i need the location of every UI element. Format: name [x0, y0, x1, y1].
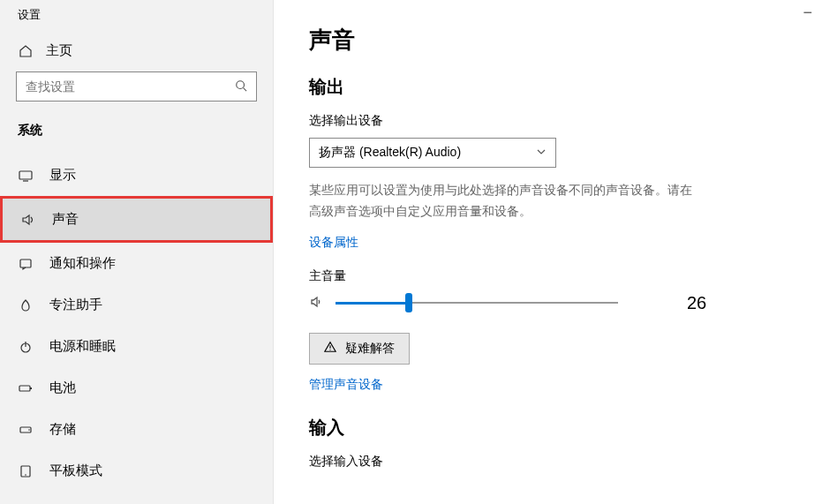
svg-line-1 — [244, 87, 247, 91]
slider-thumb[interactable] — [405, 293, 412, 312]
category-label: 系统 — [0, 114, 273, 154]
sidebar-item-battery[interactable]: 电池 — [0, 367, 273, 409]
output-heading: 输出 — [309, 75, 802, 99]
sidebar-item-label: 显示 — [49, 167, 76, 184]
svg-point-14 — [329, 350, 330, 350]
search-box[interactable] — [16, 71, 257, 102]
sidebar-item-label: 专注助手 — [49, 297, 102, 313]
settings-sidebar: 设置 主页 系统 显示 声音 通知和操作 — [0, 0, 274, 504]
manage-sound-devices-link[interactable]: 管理声音设备 — [309, 377, 383, 393]
svg-rect-4 — [20, 260, 31, 267]
warning-icon — [324, 341, 336, 356]
storage-icon — [18, 422, 34, 438]
output-description: 某些应用可以设置为使用与此处选择的声音设备不同的声音设备。请在高级声音选项中自定… — [309, 180, 698, 222]
sidebar-item-power[interactable]: 电源和睡眠 — [0, 326, 273, 367]
sidebar-item-sound[interactable]: 声音 — [0, 196, 273, 243]
troubleshoot-label: 疑难解答 — [345, 341, 395, 357]
output-device-label: 选择输出设备 — [309, 113, 802, 129]
battery-icon — [18, 380, 34, 396]
sidebar-item-label: 通知和操作 — [49, 255, 116, 272]
search-icon — [235, 79, 247, 94]
sidebar-item-display[interactable]: 显示 — [0, 154, 273, 196]
output-device-value: 扬声器 (Realtek(R) Audio) — [319, 145, 461, 161]
search-input[interactable] — [26, 79, 235, 94]
volume-value: 26 — [687, 293, 706, 313]
app-title: 设置 — [0, 4, 273, 34]
input-heading: 输入 — [309, 416, 802, 440]
chevron-down-icon — [536, 147, 547, 160]
page-title: 声音 — [309, 25, 802, 56]
home-icon — [18, 43, 34, 59]
slider-fill — [336, 302, 409, 305]
svg-rect-8 — [30, 387, 32, 389]
minimize-button[interactable]: − — [803, 4, 812, 22]
sidebar-item-focus[interactable]: 专注助手 — [0, 284, 273, 326]
svg-rect-2 — [19, 171, 32, 179]
input-device-label: 选择输入设备 — [309, 454, 802, 470]
main-content: − 声音 输出 选择输出设备 扬声器 (Realtek(R) Audio) 某些… — [274, 0, 837, 504]
display-icon — [18, 168, 34, 184]
volume-label: 主音量 — [309, 268, 802, 284]
home-label: 主页 — [46, 42, 72, 59]
power-icon — [18, 339, 34, 355]
troubleshoot-button[interactable]: 疑难解答 — [309, 333, 410, 365]
sidebar-item-label: 存储 — [49, 421, 76, 438]
notifications-icon — [18, 256, 34, 272]
sidebar-item-label: 平板模式 — [49, 463, 102, 479]
sidebar-item-label: 电源和睡眠 — [49, 338, 116, 355]
sidebar-item-label: 声音 — [52, 211, 79, 228]
svg-point-10 — [28, 429, 30, 431]
svg-point-12 — [25, 474, 26, 476]
sidebar-item-label: 电池 — [49, 380, 76, 396]
device-properties-link[interactable]: 设备属性 — [309, 235, 358, 251]
home-nav[interactable]: 主页 — [0, 34, 273, 71]
volume-slider[interactable] — [336, 294, 618, 312]
sound-icon — [20, 212, 36, 228]
sidebar-item-storage[interactable]: 存储 — [0, 409, 273, 450]
sidebar-item-tablet[interactable]: 平板模式 — [0, 450, 273, 492]
speaker-low-icon — [309, 295, 323, 312]
output-device-select[interactable]: 扬声器 (Realtek(R) Audio) — [309, 138, 556, 168]
focus-icon — [18, 297, 34, 313]
svg-rect-7 — [19, 386, 30, 391]
svg-point-0 — [237, 80, 245, 88]
tablet-icon — [18, 463, 34, 479]
sidebar-item-notifications[interactable]: 通知和操作 — [0, 243, 273, 284]
nav-list: 显示 声音 通知和操作 专注助手 电源和睡眠 — [0, 154, 273, 492]
